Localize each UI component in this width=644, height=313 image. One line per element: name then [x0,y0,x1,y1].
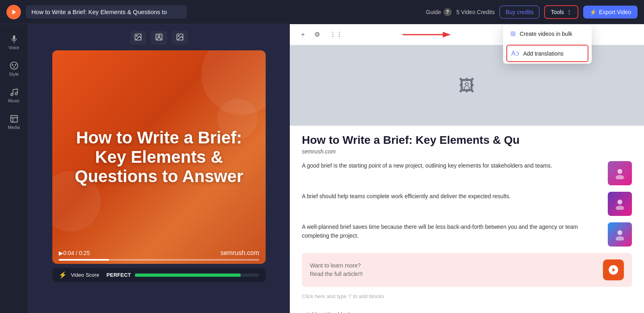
export-video-button[interactable]: ⚡ Export Video [583,6,638,19]
article-para-2: A brief should help teams complete work … [302,192,603,201]
svg-rect-8 [10,116,17,122]
video-preview: How to Write a Brief: Key Elements & Que… [52,50,266,264]
dropdown-translate-label: Add translations [523,50,564,57]
header-left [6,5,187,19]
video-bottom-bar: ▶ 0:04 / 0:25 semrush.com [52,245,266,264]
svg-point-10 [136,35,138,37]
logo-button[interactable] [6,5,21,19]
article-para-1: A good brief is the starting point of a … [302,161,603,170]
article-domain: semrush.com [302,148,632,155]
score-value: PERFECT [107,272,131,278]
image-placeholder-icon: 🖼 [459,77,475,95]
video-score-bar: ⚡ Video Score PERFECT [52,268,266,282]
tools-dots-icon: ⋮ [566,9,572,15]
add-block-hint: Click here and type '/' to add blocks [302,293,632,299]
app-header: Guide ? 5 Video Credits Buy credits Tool… [0,0,644,24]
svg-point-4 [14,64,16,66]
score-label: Video Score [71,272,99,278]
add-video-block-button[interactable]: + Add a video block [302,307,351,313]
toolbar-person-button[interactable] [151,31,167,45]
project-title-input[interactable] [26,5,187,19]
guide-label: Guide [426,9,441,15]
content-panel: + ⚙ ⋮⋮ 🖼 How to Write a Brief: Key Eleme… [290,24,644,313]
svg-point-12 [158,35,160,37]
main-content: Voice Style Music Media [0,24,644,313]
video-progress-fill [59,259,109,261]
guide-button[interactable]: Guide ? [426,8,451,16]
article-title: How to Write a Brief: Key Elements & Qu [302,134,632,147]
svg-marker-16 [443,32,451,37]
score-lightning-icon: ⚡ [59,271,67,279]
translate-icon: Aↄ [511,50,519,57]
grid-icon: ⊞ [510,30,516,37]
svg-point-19 [617,200,622,205]
sidebar-item-style[interactable]: Style [2,57,26,81]
article-row-2: A brief should help teams complete work … [302,192,632,216]
export-label: Export Video [599,9,631,15]
credits-display: 5 Video Credits [456,9,495,15]
article-thumbnail-1 [608,161,632,185]
tools-button[interactable]: Tools ⋮ [544,5,578,19]
sidebar-voice-label: Voice [8,45,19,50]
article-content: How to Write a Brief: Key Elements & Qu … [290,126,644,313]
sidebar-music-label: Music [8,98,20,103]
content-settings-button[interactable]: ⚙ [311,29,323,40]
svg-point-17 [617,169,622,174]
toolbar-image-button[interactable] [130,31,146,45]
sidebar-item-voice[interactable]: Voice [2,31,26,54]
play-pause-icon[interactable]: ▶ [59,250,63,256]
svg-point-20 [616,206,624,210]
svg-marker-0 [12,10,16,15]
article-row-1: A good brief is the starting point of a … [302,161,632,185]
svg-point-14 [178,35,180,37]
add-video-block-label: + Add a video block [302,311,351,313]
dropdown-bulk-label: Create videos in bulk [520,31,572,37]
sidebar: Voice Style Music Media [0,24,28,313]
svg-point-22 [616,236,624,241]
sidebar-media-label: Media [8,125,20,130]
cta-text: Want to learn more? Read the full articl… [310,261,363,278]
video-domain: semrush.com [221,249,259,257]
dropdown-item-translate[interactable]: Aↄ Add translations [506,45,588,62]
content-add-button[interactable]: + [298,29,308,40]
svg-point-6 [10,93,13,96]
score-bar-fill [135,274,240,277]
video-progress-bar[interactable] [59,259,259,261]
dropdown-item-bulk[interactable]: ⊞ Create videos in bulk [503,24,592,43]
article-row-3: A well-planned brief saves time because … [302,222,632,247]
video-editor-panel: How to Write a Brief: Key Elements & Que… [28,24,290,313]
cta-icon-button[interactable] [603,259,624,280]
arrow-annotation [402,29,451,41]
svg-point-5 [13,66,15,68]
content-more-button[interactable]: ⋮⋮ [326,29,346,40]
sidebar-item-media[interactable]: Media [2,110,26,134]
export-lightning-icon: ⚡ [590,9,597,15]
tools-label: Tools [551,9,564,15]
sidebar-style-label: Style [9,72,19,77]
cta-block: Want to learn more? Read the full articl… [302,253,632,287]
buy-credits-button[interactable]: Buy credits [500,6,539,19]
article-thumbnail-3 [608,222,632,247]
svg-point-2 [10,62,17,69]
video-time: 0:04 / 0:25 [63,250,90,256]
video-time-domain: ▶ 0:04 / 0:25 semrush.com [59,249,259,257]
cta-line1: Want to learn more? [310,261,363,270]
svg-point-7 [15,93,17,95]
svg-point-3 [12,64,13,66]
cta-line2: Read the full article!!! [310,270,363,278]
article-para-3: A well-planned brief saves time because … [302,222,603,240]
content-inner: 🖼 How to Write a Brief: Key Elements & Q… [290,45,644,313]
tools-dropdown-menu: ⊞ Create videos in bulk Aↄ Add translati… [503,24,592,64]
sidebar-item-music[interactable]: Music [2,84,26,107]
svg-point-18 [616,175,624,180]
header-right: Guide ? 5 Video Credits Buy credits Tool… [426,5,638,19]
editor-toolbar [130,31,188,45]
article-thumbnail-2 [608,192,632,216]
toolbar-image2-button[interactable] [172,31,188,45]
guide-question-icon: ? [444,8,452,16]
svg-point-21 [617,230,622,235]
score-bar-track [135,274,259,277]
